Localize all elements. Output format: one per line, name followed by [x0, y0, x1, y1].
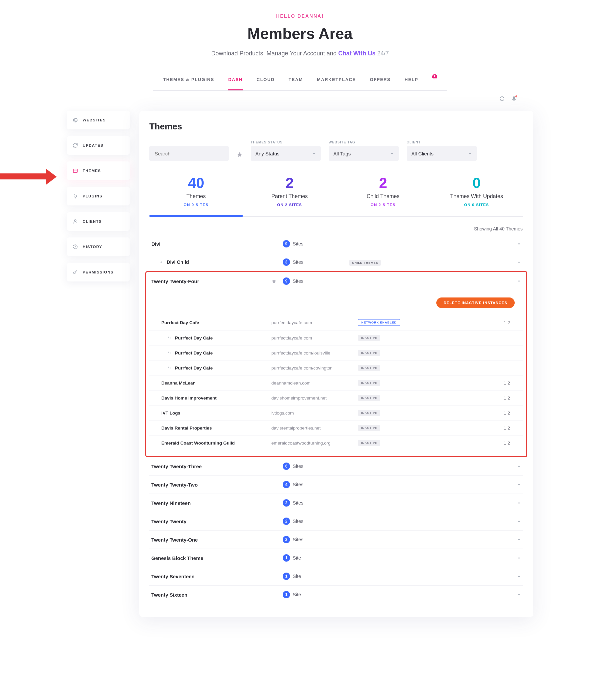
instance-row[interactable]: Emerald Coast Woodturning Guildemeraldco… [149, 435, 523, 450]
plug-icon [73, 194, 78, 199]
chevron-down-icon[interactable] [517, 260, 521, 265]
instance-name: Davis Rental Properties [161, 426, 271, 430]
filter-label: THEMES STATUS [251, 141, 321, 144]
tab-help[interactable]: HELP [404, 74, 419, 91]
filter-value: All Clients [411, 151, 434, 156]
count-badge: 1 [283, 573, 290, 580]
tab-dash[interactable]: DASH [228, 74, 243, 91]
sidebar-item-clients[interactable]: CLIENTS [67, 212, 130, 231]
theme-row[interactable]: Twenty Nineteen2Sites [149, 494, 523, 512]
theme-row[interactable]: Twenty Twenty2Sites [149, 512, 523, 530]
delete-inactive-button[interactable]: DELETE INACTIVE INSTANCES [436, 298, 515, 308]
count-unit: Site [293, 555, 301, 560]
instance-version: 1.2 [504, 396, 523, 401]
greeting: HELLO DEANNA! [0, 13, 600, 19]
sidebar-item-plugins[interactable]: PLUGINS [67, 187, 130, 205]
svg-point-4 [74, 220, 76, 221]
sidebar-label: PERMISSIONS [83, 270, 114, 274]
tab-offers[interactable]: OFFERS [369, 74, 391, 91]
instance-row[interactable]: Purrfect Day Cafepurrfectdaycafe.comNETW… [149, 315, 523, 330]
tab-cloud[interactable]: CLOUD [256, 74, 275, 91]
instance-version: 1.2 [504, 380, 523, 385]
filter-select[interactable]: Any Status [251, 146, 321, 161]
instance-status: INACTIVE [358, 380, 425, 386]
sidebar-label: UPDATES [83, 143, 103, 147]
instance-row[interactable]: Purrfect Day Cafepurrfectdaycafe.comINAC… [149, 330, 523, 345]
instance-name: Deanna McLean [161, 380, 271, 385]
theme-count: 9 Sites [283, 277, 349, 285]
search-input[interactable] [149, 146, 229, 161]
chevron-down-icon[interactable] [517, 537, 521, 542]
instance-row[interactable]: Deanna McLeandeannamclean.comINACTIVE1.2 [149, 375, 523, 390]
stat-child-themes[interactable]: 2Child ThemesON 2 SITES [336, 172, 430, 216]
theme-row[interactable]: Twenty Twenty-Two4Sites [149, 475, 523, 494]
instance-row[interactable]: IVT Logsivtlogs.comINACTIVE1.2 [149, 405, 523, 420]
chevron-down-icon[interactable] [517, 501, 521, 505]
notification-dot [515, 95, 517, 97]
tab-team[interactable]: TEAM [288, 74, 304, 91]
chevron-up-icon[interactable] [517, 279, 521, 283]
stat-themes-with-updates[interactable]: 0Themes With UpdatesON 0 SITES [430, 172, 524, 216]
child-themes-tag: CHILD THEMES [349, 260, 381, 266]
count-unit: Sites [293, 537, 303, 542]
chevron-down-icon[interactable] [517, 519, 521, 524]
count-unit: Site [293, 592, 301, 597]
user-avatar-icon[interactable] [432, 74, 438, 91]
chevron-down-icon[interactable] [517, 574, 521, 579]
instance-url: davisrentalproperties.net [271, 426, 358, 430]
theme-name: Divi [151, 241, 271, 247]
theme-row[interactable]: Twenty Twenty-One2Sites [149, 530, 523, 549]
status-badge: INACTIVE [358, 440, 380, 446]
chat-link[interactable]: Chat With Us [338, 50, 376, 57]
theme-row[interactable]: Divi Child3SitesCHILD THEMES [149, 253, 523, 271]
key-icon [73, 270, 78, 275]
sidebar-item-websites[interactable]: WEBSITES [67, 111, 130, 129]
filter-bar: THEMES STATUSAny StatusWEBSITE TAGAll Ta… [149, 141, 523, 161]
chevron-down-icon[interactable] [517, 464, 521, 469]
bell-icon[interactable] [511, 96, 517, 101]
showing-text: Showing All 40 Themes [150, 226, 523, 231]
theme-row[interactable]: Twenty Seventeen1Site [149, 567, 523, 585]
count-unit: Sites [293, 482, 303, 487]
stat-parent-themes[interactable]: 2Parent ThemesON 2 SITES [243, 172, 337, 216]
theme-row[interactable]: Divi9Sites [149, 235, 523, 253]
theme-row-expanded[interactable]: Twenty Twenty-Four 9 Sites [149, 272, 523, 290]
instance-name: IVT Logs [161, 410, 271, 416]
history-icon [73, 244, 78, 249]
filter-select[interactable]: All Tags [329, 146, 399, 161]
stat-label: Themes [149, 194, 243, 199]
chevron-down-icon[interactable] [517, 242, 521, 246]
instance-status: INACTIVE [358, 365, 425, 371]
chevron-down-icon[interactable] [517, 556, 521, 560]
theme-count: 3Sites [283, 258, 349, 266]
filter-select[interactable]: All Clients [407, 146, 477, 161]
tab-themes-plugins[interactable]: THEMES & PLUGINS [162, 74, 215, 91]
instance-name: Purrfect Day Cafe [161, 320, 271, 325]
instance-version: 1.2 [504, 441, 523, 446]
stat-themes[interactable]: 40ThemesON 9 SITES [149, 172, 243, 216]
instance-version: 1.2 [504, 320, 523, 325]
tab-marketplace[interactable]: MARKETPLACE [316, 74, 357, 91]
refresh-icon[interactable] [499, 96, 505, 101]
instance-status: INACTIVE [358, 350, 425, 356]
chevron-down-icon[interactable] [517, 592, 521, 597]
svg-point-1 [434, 75, 435, 77]
favorite-filter-icon[interactable] [237, 151, 243, 161]
chevron-down-icon[interactable] [517, 482, 521, 487]
star-icon[interactable] [271, 278, 283, 284]
count-unit: Sites [293, 519, 303, 524]
sidebar-item-permissions[interactable]: PERMISSIONS [67, 263, 130, 281]
sidebar-item-updates[interactable]: UPDATES [67, 136, 130, 155]
sub-indicator-icon [168, 366, 172, 370]
theme-row[interactable]: Twenty Sixteen1Site [149, 585, 523, 604]
instance-row[interactable]: Purrfect Day Cafepurrfectdaycafe.com/cov… [149, 360, 523, 375]
theme-row[interactable]: Twenty Twenty-Three6Sites [149, 457, 523, 475]
theme-name: Twenty Twenty-Two [151, 482, 271, 488]
theme-row[interactable]: Genesis Block Theme1Site [149, 549, 523, 567]
chevron-down-icon [468, 151, 472, 155]
sidebar-item-history[interactable]: HISTORY [67, 238, 130, 256]
sidebar-item-themes[interactable]: THEMES [67, 161, 130, 180]
instance-row[interactable]: Davis Home Improvementdavishomeimproveme… [149, 390, 523, 405]
instance-row[interactable]: Davis Rental Propertiesdavisrentalproper… [149, 420, 523, 435]
instance-row[interactable]: Purrfect Day Cafepurrfectdaycafe.com/lou… [149, 345, 523, 360]
